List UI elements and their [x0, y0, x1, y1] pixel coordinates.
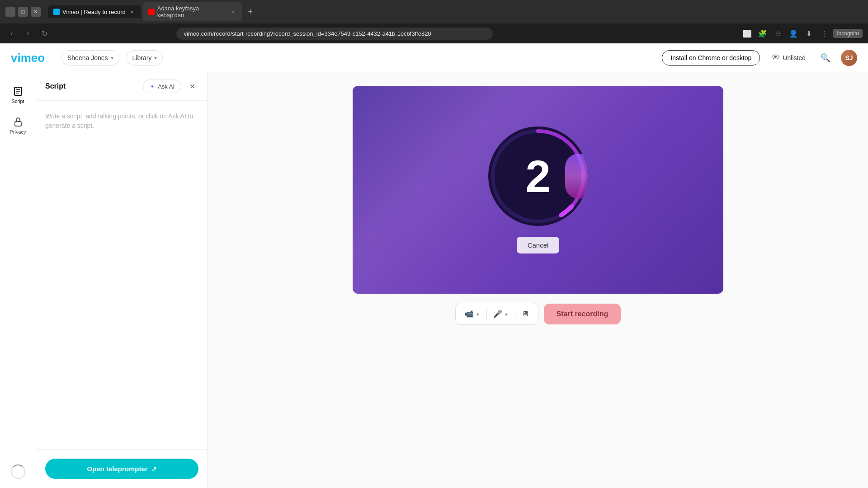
vimeo-logo[interactable]: vimeo — [11, 51, 47, 65]
sidebar-script-label: Script — [11, 99, 24, 104]
main-content: Script Privacy Script ✦ — [0, 72, 868, 488]
minimize-button[interactable]: ─ — [5, 7, 15, 17]
ai-sparkle-icon: ✦ — [150, 83, 155, 90]
cancel-button[interactable]: Cancel — [517, 237, 560, 253]
svg-rect-5 — [15, 122, 21, 126]
tab-adana[interactable]: Adana keyfasya kebap'dan ✕ — [143, 2, 242, 21]
sidebar-privacy-label: Privacy — [9, 129, 26, 135]
tabs-bar: Vimeo | Ready to record ✕ Adana keyfasya… — [48, 2, 863, 21]
bookmark-icon[interactable]: ☆ — [772, 27, 784, 40]
countdown-decoration — [565, 154, 588, 199]
tab-vimeo-close[interactable]: ✕ — [128, 8, 136, 15]
library-dropdown[interactable]: Library ▾ — [127, 50, 163, 66]
external-link-icon: ↗ — [151, 465, 157, 473]
address-input[interactable] — [176, 28, 493, 40]
new-tab-button[interactable]: + — [244, 5, 257, 18]
search-icon: 🔍 — [821, 53, 830, 63]
yt-favicon — [148, 9, 155, 15]
vimeo-favicon — [53, 9, 60, 15]
teleprompter-label: Open teleprompter — [87, 465, 147, 473]
tab-vimeo[interactable]: Vimeo | Ready to record ✕ — [48, 5, 141, 18]
countdown-circle: 2 — [488, 127, 588, 226]
maximize-button[interactable]: □ — [18, 7, 28, 17]
script-header: Script ✦ Ask AI ✕ — [36, 72, 208, 101]
avatar[interactable]: SJ — [841, 50, 857, 66]
reload-button[interactable]: ↻ — [38, 27, 51, 40]
script-title: Script — [45, 82, 66, 90]
settings-icon[interactable]: ⋮ — [818, 27, 830, 40]
video-preview: 2 — [353, 86, 723, 294]
unlisted-label: Unlisted — [783, 54, 806, 61]
address-bar-row: ‹ › ↻ ⬜ 🧩 ☆ 👤 ⬇ ⋮ Incognito — [0, 23, 868, 43]
sidebar-bottom — [11, 465, 25, 479]
download-icon[interactable]: ⬇ — [802, 27, 815, 40]
library-chevron-icon: ▾ — [154, 55, 157, 61]
incognito-badge: Incognito — [833, 29, 863, 38]
left-sidebar: Script Privacy — [0, 72, 36, 488]
user-dropdown[interactable]: Sheena Jones ▾ — [61, 50, 119, 66]
toolbar-divider-2 — [515, 309, 515, 319]
svg-text:vimeo: vimeo — [11, 51, 45, 65]
app-header: vimeo Sheena Jones ▾ Library ▾ Install o… — [0, 43, 868, 72]
script-panel: Script ✦ Ask AI ✕ Write a script, add ta… — [36, 72, 208, 488]
countdown-number: 2 — [525, 154, 551, 199]
toolbar-divider-1 — [486, 309, 487, 319]
close-button[interactable]: ✕ — [31, 7, 41, 17]
start-recording-button[interactable]: Start recording — [544, 304, 621, 324]
camera-toolbar-group: 📹 ▲ 🎤 ▲ 🖥 — [455, 303, 538, 325]
app-container: vimeo Sheena Jones ▾ Library ▾ Install o… — [0, 43, 868, 488]
privacy-icon — [13, 117, 24, 127]
header-right: Install on Chrome or desktop 👁 Unlisted … — [662, 50, 857, 66]
script-icon — [13, 86, 24, 97]
teleprompter-button[interactable]: Open teleprompter ↗ — [45, 459, 198, 479]
loading-spinner — [11, 465, 25, 479]
camera-icon: 📹 — [465, 310, 474, 318]
search-button[interactable]: 🔍 — [817, 50, 834, 66]
script-close-button[interactable]: ✕ — [186, 80, 198, 93]
cast-icon[interactable]: ⬜ — [741, 27, 754, 40]
user-chevron-icon: ▾ — [111, 55, 113, 61]
extension-icon[interactable]: 🧩 — [756, 27, 769, 40]
ask-ai-label: Ask AI — [158, 83, 175, 90]
library-label: Library — [132, 54, 152, 61]
countdown-background: 2 — [488, 127, 588, 226]
tab-adana-label: Adana keyfasya kebap'dan — [157, 5, 227, 19]
close-icon: ✕ — [189, 82, 195, 91]
tab-vimeo-label: Vimeo | Ready to record — [62, 9, 126, 15]
sidebar-item-privacy[interactable]: Privacy — [3, 112, 33, 139]
camera-chevron-icon: ▲ — [476, 311, 480, 316]
screen-share-button[interactable]: 🖥 — [517, 306, 533, 322]
forward-button[interactable]: › — [22, 27, 34, 40]
back-button[interactable]: ‹ — [5, 27, 18, 40]
mic-chevron-icon: ▲ — [504, 311, 509, 316]
sidebar-item-script[interactable]: Script — [3, 81, 33, 108]
unlisted-button[interactable]: 👁 Unlisted — [767, 50, 810, 65]
browser-chrome: ─ □ ✕ Vimeo | Ready to record ✕ Adana ke… — [0, 0, 868, 23]
browser-actions: ⬜ 🧩 ☆ 👤 ⬇ ⋮ Incognito — [741, 27, 863, 40]
install-button[interactable]: Install on Chrome or desktop — [662, 50, 760, 66]
screen-share-icon: 🖥 — [522, 310, 529, 318]
ask-ai-button[interactable]: ✦ Ask AI — [143, 80, 181, 93]
mic-icon: 🎤 — [493, 310, 502, 318]
window-controls[interactable]: ─ □ ✕ — [5, 7, 41, 17]
unlisted-icon: 👁 — [772, 53, 780, 62]
bottom-toolbar: 📹 ▲ 🎤 ▲ 🖥 Start recording — [455, 303, 621, 325]
user-name: Sheena Jones — [67, 54, 108, 61]
mic-button[interactable]: 🎤 ▲ — [489, 306, 513, 322]
countdown-container: 2 — [488, 127, 588, 253]
script-panel-bottom: Open teleprompter ↗ — [36, 449, 208, 488]
tab-adana-close[interactable]: ✕ — [230, 8, 237, 15]
profile-icon[interactable]: 👤 — [787, 27, 800, 40]
recording-area: 2 — [208, 72, 868, 488]
camera-button[interactable]: 📹 ▲ — [460, 306, 485, 322]
script-placeholder-text: Write a script, add talking points, or c… — [36, 101, 208, 141]
